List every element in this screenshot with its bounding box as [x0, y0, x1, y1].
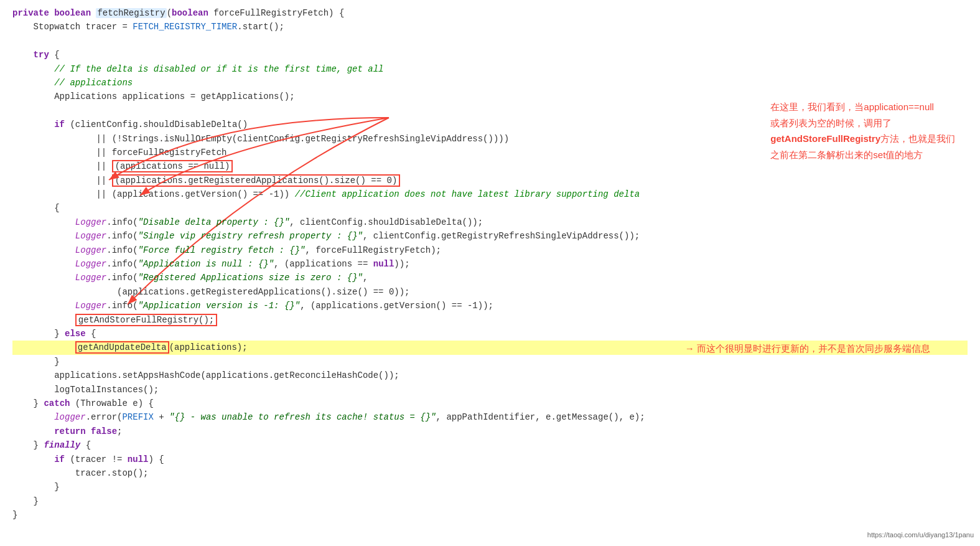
code-line-20: Logger.info("Registered Applications siz… — [12, 271, 968, 285]
code-line-17: Logger.info("Single vip registry refresh… — [12, 229, 968, 243]
code-line-29: } catch (Throwable e) { — [12, 397, 968, 410]
code-line-13: || (applications.getRegisteredApplicatio… — [12, 174, 968, 187]
code-line-22: Logger.info("Application version is -1: … — [12, 299, 968, 313]
code-line-23: getAndStoreFullRegistry(); — [12, 313, 968, 327]
code-line-15: { — [12, 201, 968, 215]
code-line-33: if (tracer != null) { — [12, 453, 968, 466]
code-line-34: tracer.stop(); — [12, 466, 968, 480]
annotation-bottom: → 而这个很明显时进行更新的，并不是首次同步服务端信息 — [685, 341, 930, 356]
code-line-3 — [12, 34, 968, 48]
code-line-21: (applications.getRegisteredApplications(… — [12, 285, 968, 299]
code-line-4: try { — [12, 48, 968, 62]
code-line-37: } — [12, 508, 968, 522]
code-line-28: logTotalInstances(); — [12, 383, 968, 397]
code-line-36: } — [12, 494, 968, 508]
code-line-2: Stopwatch tracer = FETCH_REGISTRY_TIMER.… — [12, 20, 968, 34]
code-line-16: Logger.info("Disable delta property : {}… — [12, 215, 968, 229]
code-line-19: Logger.info("Application is null : {}", … — [12, 257, 968, 271]
code-line-14: || (applications.getVersion() == -1)) //… — [12, 187, 968, 201]
code-line-6: // applications — [12, 76, 968, 90]
code-line-1: private boolean fetchRegistry(boolean fo… — [12, 6, 968, 20]
url-bar: https://taoqi.com/u/diyang13/1panu — [867, 530, 974, 541]
code-line-27: applications.setAppsHashCode(application… — [12, 369, 968, 382]
code-line-32: } finally { — [12, 438, 968, 452]
code-line-31: return false; — [12, 425, 968, 438]
code-line-5: // If the delta is disabled or if it is … — [12, 62, 968, 76]
code-line-18: Logger.info("Force full registry fetch :… — [12, 243, 968, 257]
code-line-30: logger.error(PREFIX + "{} - was unable t… — [12, 410, 968, 424]
code-line-26: } — [12, 355, 968, 369]
code-container: private boolean fetchRegistry(boolean fo… — [0, 0, 980, 546]
code-line-24: } else { — [12, 327, 968, 341]
annotation-region: if (clientConfig.shouldDisableDelta() ||… — [12, 118, 968, 201]
code-line-35: } — [12, 480, 968, 494]
annotation-top: 在这里，我们看到，当application==null 或者列表为空的时候，调用… — [770, 99, 955, 162]
